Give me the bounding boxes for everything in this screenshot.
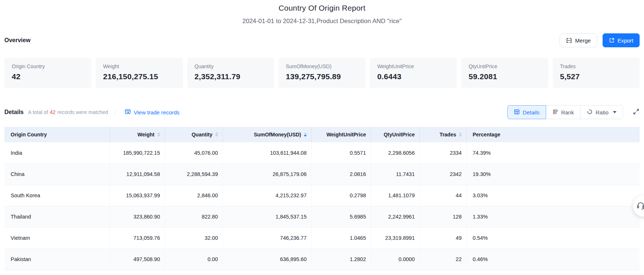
column-header-weightunitprice: WeightUnitPrice	[311, 127, 371, 142]
cell-trades: 49	[419, 227, 466, 249]
origin-country-table: Origin CountryWeightQuantitySumOfMoney(U…	[4, 127, 640, 270]
cell-qtyunitprice: 2,242.9961	[371, 206, 419, 227]
card-label: Trades	[560, 63, 632, 69]
overview-heading: Overview	[4, 37, 30, 44]
column-label: Quantity	[192, 132, 213, 138]
cell-sumofmoney-usd: 746,236.77	[222, 227, 311, 249]
rank-icon	[552, 109, 558, 116]
sort-icon[interactable]	[157, 132, 160, 137]
cell-weightunitprice: 5.6985	[311, 206, 371, 227]
table-row[interactable]: India185,990,722.1545,076.00103,611,944.…	[4, 142, 640, 164]
tab-details-label: Details	[523, 109, 540, 115]
column-label: SumOfMoney(USD)	[254, 132, 301, 138]
match-summary: A total of42records were matched	[28, 109, 108, 115]
view-trade-records-link[interactable]: View trade records	[122, 108, 182, 116]
match-count: 42	[50, 109, 56, 115]
card-weight-unit-price: WeightUnitPrice 0.6443	[370, 58, 457, 88]
details-table: Origin CountryWeightQuantitySumOfMoney(U…	[4, 127, 640, 270]
table-row[interactable]: Thailand323,860.90822.801,845,537.155.69…	[4, 206, 640, 227]
column-header-sumofmoney-usd[interactable]: SumOfMoney(USD)	[222, 127, 311, 142]
table-icon	[514, 109, 520, 116]
overview-toolbar: Overview Merge Export	[0, 33, 644, 48]
card-value: 2,352,311.79	[195, 72, 267, 81]
cell-qtyunitprice: 0.0000	[371, 249, 419, 270]
cell-qtyunitprice: 1,481.1079	[371, 185, 419, 206]
table-row[interactable]: Pakistan497,508.900.00636,895.601.28020.…	[4, 249, 640, 270]
card-label: WeightUnitPrice	[377, 63, 449, 69]
cell-percentage: 3.03%	[466, 185, 640, 206]
tab-details[interactable]: Details	[507, 105, 546, 119]
sort-icon[interactable]	[215, 132, 218, 137]
cell-origin-country: India	[4, 142, 110, 164]
cell-weightunitprice: 0.5571	[311, 142, 371, 164]
table-row[interactable]: Vietnam713,059.7632.00746,236.771.046523…	[4, 227, 640, 249]
column-header-percentage: Percentage	[466, 127, 640, 142]
cell-sumofmoney-usd: 1,845,537.15	[222, 206, 311, 227]
details-toolbar: Details A total of42records were matched…	[0, 105, 644, 120]
divider	[115, 109, 115, 115]
cell-weightunitprice: 1.0465	[311, 227, 371, 249]
chevron-down-icon	[613, 111, 617, 113]
card-value: 42	[12, 72, 84, 81]
card-value: 59.2081	[468, 72, 541, 81]
fullscreen-button[interactable]	[633, 108, 640, 116]
cell-trades: 44	[419, 185, 466, 206]
card-sum-of-money: SumOfMoney(USD) 139,275,795.89	[279, 58, 365, 88]
column-header-trades[interactable]: Trades	[419, 127, 466, 142]
cell-sumofmoney-usd: 4,215,232.97	[222, 185, 311, 206]
card-value: 139,275,795.89	[286, 72, 358, 81]
sort-icon[interactable]	[304, 132, 307, 137]
headset-icon	[636, 201, 644, 211]
column-label: QtyUnitPrice	[384, 132, 415, 138]
cell-origin-country: South Korea	[4, 185, 110, 206]
export-button-label: Export	[618, 37, 633, 44]
cell-weight: 497,508.90	[110, 249, 165, 270]
card-weight: Weight 216,150,275.15	[96, 58, 183, 88]
cell-weightunitprice: 2.0816	[311, 164, 371, 185]
table-row[interactable]: South Korea15,063,937.992,846.004,215,23…	[4, 185, 640, 206]
card-label: Origin Country	[12, 63, 84, 69]
cell-qtyunitprice: 23,319.8991	[371, 227, 419, 249]
table-row[interactable]: China12,911,094.582,288,594.3926,875,179…	[4, 164, 640, 185]
cell-percentage: 0.54%	[466, 227, 640, 249]
cell-qtyunitprice: 2,298.6056	[371, 142, 419, 164]
cell-weightunitprice: 1.2802	[311, 249, 371, 270]
export-button[interactable]: Export	[603, 33, 640, 47]
cell-trades: 2342	[419, 164, 466, 185]
cell-sumofmoney-usd: 636,895.60	[222, 249, 311, 270]
cell-quantity: 2,288,594.39	[165, 164, 222, 185]
card-value: 5,527	[560, 72, 632, 81]
cell-trades: 128	[419, 206, 466, 227]
merge-button[interactable]: Merge	[560, 33, 597, 47]
cell-quantity: 32.00	[165, 227, 222, 249]
tab-ratio[interactable]: Ratio	[580, 105, 623, 119]
cell-qtyunitprice: 11.7431	[371, 164, 419, 185]
cell-origin-country: China	[4, 164, 110, 185]
card-quantity: Quantity 2,352,311.79	[187, 58, 274, 88]
sort-icon[interactable]	[459, 132, 462, 137]
cell-quantity: 2,846.00	[165, 185, 222, 206]
merge-button-label: Merge	[575, 37, 591, 44]
cell-percentage: 1.33%	[466, 206, 640, 227]
cell-percentage: 74.39%	[466, 142, 640, 164]
column-header-weight[interactable]: Weight	[110, 127, 165, 142]
cell-percentage: 0.46%	[466, 249, 640, 270]
card-label: Weight	[103, 63, 175, 69]
merge-icon	[566, 37, 572, 44]
view-switcher: Details Rank	[507, 105, 640, 119]
cell-sumofmoney-usd: 103,611,944.08	[222, 142, 311, 164]
column-header-origin-country: Origin Country	[4, 127, 110, 142]
column-label: Origin Country	[11, 132, 47, 138]
card-origin-country: Origin Country 42	[4, 58, 91, 88]
report-header: Country Of Origin Report 2024-01-01 to 2…	[0, 0, 644, 25]
tab-rank[interactable]: Rank	[546, 105, 581, 119]
table-header-row: Origin CountryWeightQuantitySumOfMoney(U…	[4, 127, 640, 142]
cell-weight: 15,063,937.99	[110, 185, 165, 206]
column-label: WeightUnitPrice	[327, 132, 366, 138]
cell-trades: 2334	[419, 142, 466, 164]
view-mode-segment: Details Rank	[507, 105, 623, 119]
column-header-quantity[interactable]: Quantity	[165, 127, 222, 142]
cell-weight: 323,860.90	[110, 206, 165, 227]
cell-quantity: 822.80	[165, 206, 222, 227]
column-header-qtyunitprice: QtyUnitPrice	[371, 127, 419, 142]
